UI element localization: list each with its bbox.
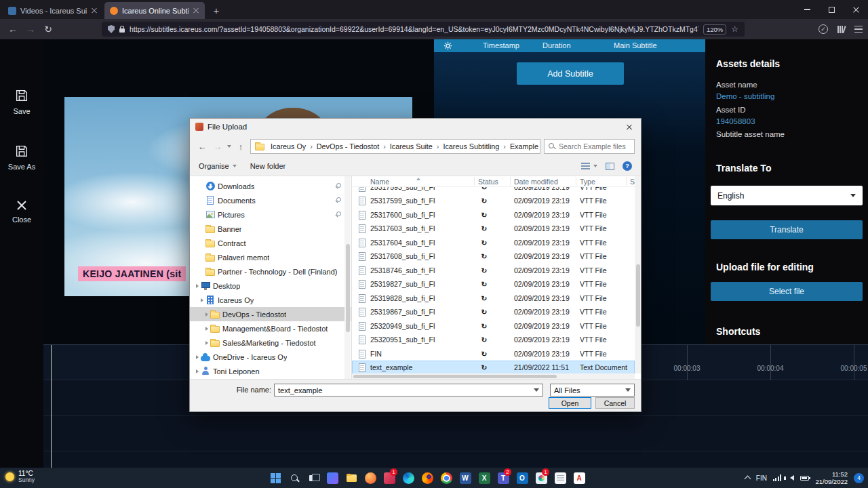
file-row-25317604-sub-fi-fi[interactable]: 25317604_sub_fi_FI↻02/09/2019 23:19VTT F…	[352, 236, 635, 250]
battery-icon[interactable]	[800, 476, 809, 481]
gear-icon[interactable]	[443, 41, 452, 50]
column-divider[interactable]	[510, 177, 511, 186]
breadcrumb-item-icareus-suite[interactable]: Icareus Suite	[388, 142, 441, 150]
tree-item-onedrive-icareus-oy[interactable]: OneDrive - Icareus Oy	[190, 350, 351, 364]
refresh-button[interactable]: ↻	[39, 24, 57, 35]
column-divider[interactable]	[474, 177, 475, 186]
library-icon[interactable]	[837, 26, 845, 33]
tree-item-devops-tiedostot[interactable]: DevOps - Tiedostot	[190, 307, 351, 321]
minimize-button[interactable]	[795, 0, 819, 19]
app-orange-taskbar-button[interactable]	[361, 468, 380, 488]
file-row-25318746-sub-fi-fi[interactable]: 25318746_sub_fi_FI↻02/09/2019 23:19VTT F…	[352, 264, 635, 278]
tree-item-downloads[interactable]: Downloads	[190, 179, 351, 193]
start-taskbar-button[interactable]	[266, 468, 285, 488]
tab-close-icon[interactable]	[193, 7, 199, 14]
sidebar-item-save-as[interactable]: Save As	[0, 144, 43, 171]
tree-item-sales-marketing-tiedostot[interactable]: Sales&Marketing - Tiedostot	[190, 336, 351, 350]
chevron-right-icon[interactable]	[194, 369, 200, 373]
dialog-close-button[interactable]	[618, 119, 641, 135]
column-header-date-modified[interactable]: Date modified	[514, 178, 558, 186]
word-taskbar-button[interactable]: W	[456, 468, 475, 488]
sidebar-item-close[interactable]: Close	[0, 199, 43, 224]
horizontal-scrollbar[interactable]	[352, 373, 635, 379]
breadcrumb-item-example-files[interactable]: Example files	[508, 142, 540, 150]
zoom-level-badge[interactable]: 120%	[703, 24, 726, 35]
up-button[interactable]: ↑	[235, 142, 247, 152]
breadcrumb-bar[interactable]: Icareus OyDevOps - TiedostotIcareus Suit…	[250, 139, 540, 154]
task-view-taskbar-button[interactable]	[304, 468, 323, 488]
file-row-fin[interactable]: FIN↻02/09/2019 23:19VTT File	[352, 347, 635, 361]
edge-taskbar-button[interactable]	[399, 468, 418, 488]
column-divider[interactable]	[626, 177, 627, 186]
file-name-input[interactable]: text_example	[274, 384, 543, 396]
file-type-select[interactable]: All Files	[550, 384, 635, 396]
search-taskbar-button[interactable]	[285, 468, 304, 488]
excel-taskbar-button[interactable]: X	[475, 468, 494, 488]
file-row-25317603-sub-fi-fi[interactable]: 25317603_sub_fi_FI↻02/09/2019 23:19VTT F…	[352, 222, 635, 236]
column-divider[interactable]	[576, 177, 576, 186]
organise-button[interactable]: Organise	[199, 162, 237, 170]
close-window-button[interactable]	[844, 0, 868, 19]
tab-subtitle-editor[interactable]: Icareus Online Subtitle Editor	[104, 2, 205, 19]
column-header-status[interactable]: Status	[478, 178, 498, 186]
tree-item-partner-technology-dell-finland[interactable]: Partner - Technology - Dell (Finland)	[190, 264, 351, 279]
mail-taskbar-button[interactable]: 1	[380, 468, 399, 488]
back-button[interactable]: ←	[4, 24, 22, 35]
file-row-25320949-sub-fi-fi[interactable]: 25320949_sub_fi_FI↻02/09/2019 23:19VTT F…	[352, 319, 635, 333]
chrome-taskbar-button[interactable]	[437, 468, 456, 488]
breadcrumb-item-devops-tiedostot[interactable]: DevOps - Tiedostot	[315, 142, 388, 150]
tree-item-management-board-tiedostot[interactable]: Management&Board - Tiedostot	[190, 321, 351, 336]
tree-item-banner[interactable]: Banner	[190, 222, 351, 236]
cancel-button[interactable]: Cancel	[595, 397, 635, 409]
lock-icon[interactable]	[119, 28, 125, 33]
column-header-type[interactable]: Type	[580, 178, 595, 186]
breadcrumb-item-icareus-oy[interactable]: Icareus Oy	[269, 142, 315, 150]
tree-item-toni-leiponen[interactable]: Toni Leiponen	[190, 364, 351, 378]
volume-icon[interactable]	[790, 475, 794, 481]
address-bar[interactable]: https://subtitles.icareus.com/?assetId=1…	[102, 22, 745, 37]
chevron-right-icon[interactable]	[203, 312, 210, 317]
tree-item-desktop[interactable]: Desktop	[190, 279, 351, 293]
tracking-protection-shield-icon[interactable]	[108, 25, 115, 33]
widgets-taskbar-button[interactable]	[323, 468, 342, 488]
add-subtitle-button[interactable]: Add Subtitle	[517, 62, 624, 85]
teams-taskbar-button[interactable]: T2	[494, 468, 513, 488]
maximize-button[interactable]	[819, 0, 844, 19]
new-tab-button[interactable]: +	[209, 3, 224, 18]
chevron-right-icon[interactable]	[194, 284, 200, 288]
notepad-taskbar-button[interactable]	[551, 468, 570, 488]
sidebar-item-save[interactable]: Save	[0, 88, 43, 115]
preview-pane-icon[interactable]	[606, 163, 614, 170]
file-list-scrollbar[interactable]	[635, 176, 641, 373]
network-icon[interactable]	[773, 474, 782, 481]
forward-button[interactable]: →	[22, 24, 39, 35]
tab-close-icon[interactable]	[91, 7, 98, 14]
weather-widget[interactable]: 11°C Sunny	[5, 470, 35, 483]
tree-item-contract[interactable]: Contract	[190, 236, 351, 250]
photos-taskbar-button[interactable]: 1	[532, 468, 551, 488]
protections-icon[interactable]: ✓	[818, 24, 828, 34]
chevron-right-icon[interactable]	[203, 327, 210, 331]
file-row-25319828-sub-fi-fi[interactable]: 25319828_sub_fi_FI↻02/09/2019 23:19VTT F…	[352, 291, 635, 306]
forward-button[interactable]: →	[212, 142, 224, 152]
tree-item-documents[interactable]: Documents	[190, 193, 351, 207]
playhead[interactable]	[51, 345, 52, 468]
search-box[interactable]	[544, 139, 635, 154]
menu-icon[interactable]	[854, 26, 863, 33]
help-icon[interactable]: ?	[623, 161, 632, 171]
file-row-25317599-sub-fi-fi[interactable]: 25317599_sub_fi_FI↻02/09/2019 23:19VTT F…	[352, 194, 635, 208]
tree-item-palaveri-memot[interactable]: Palaveri memot	[190, 250, 351, 264]
tree-item-pictures[interactable]: Pictures	[190, 207, 351, 222]
file-row-text-example[interactable]: text_example↻21/09/2022 11:51Text Docume…	[352, 361, 635, 375]
notification-count-badge[interactable]: 4	[854, 473, 864, 483]
tab-videos[interactable]: Videos - Icareus Suite	[3, 2, 103, 19]
select-file-button[interactable]: Select file	[711, 282, 863, 301]
file-explorer-taskbar-button[interactable]	[342, 468, 361, 488]
show-hidden-icons-chevron[interactable]	[744, 476, 751, 483]
file-row-25319867-sub-fi-fi[interactable]: 25319867_sub_fi_FI↻02/09/2019 23:19VTT F…	[352, 305, 635, 319]
search-input[interactable]	[559, 142, 630, 150]
clock[interactable]: 11:52 21/09/2022	[815, 470, 848, 486]
tree-item-icareus-oy[interactable]: Icareus Oy	[190, 293, 351, 307]
file-row-25320951-sub-fi-fi[interactable]: 25320951_sub_fi_FI↻02/09/2019 23:19VTT F…	[352, 333, 635, 347]
outlook-taskbar-button[interactable]: O	[513, 468, 532, 488]
